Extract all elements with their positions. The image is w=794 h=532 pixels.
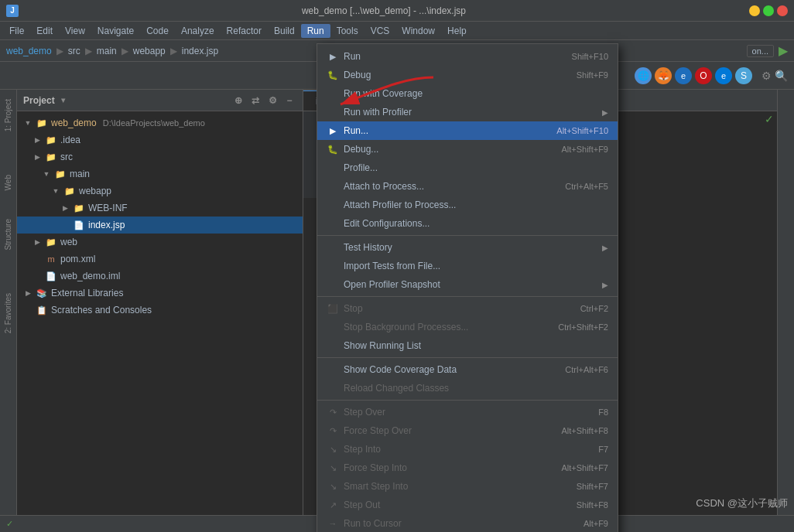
tree-item-pom[interactable]: m pom.xml: [17, 251, 303, 268]
toolbar-browser-opera[interactable]: O: [695, 67, 712, 84]
tree-arrow-web: ▶: [33, 237, 42, 247]
web-panel-label[interactable]: Web: [2, 172, 14, 193]
run-menu-item-5[interactable]: 🐛Debug...Alt+Shift+F9: [317, 140, 618, 159]
menu-item-icon-19: ↷: [327, 425, 339, 437]
breadcrumb-index[interactable]: index.jsp: [182, 46, 218, 56]
tree-arrow-scratches: [23, 305, 33, 315]
run-menu-item-6[interactable]: Profile...: [317, 159, 618, 177]
menu-item-shortcut-16: Ctrl+Alt+F6: [565, 365, 608, 374]
menu-item-label-8: Attach Profiler to Process...: [344, 200, 456, 210]
toolbar-browser-firefox[interactable]: 🦊: [655, 67, 672, 84]
run-menu-item-4[interactable]: ▶Run...Alt+Shift+F10: [317, 121, 618, 140]
toolbar-settings[interactable]: ⚙: [761, 70, 772, 82]
menu-item-shortcut-13: Ctrl+F2: [580, 304, 608, 313]
run-menu-item-0[interactable]: ▶RunShift+F10: [317, 47, 618, 66]
minimize-button[interactable]: [749, 5, 760, 16]
tree-label-pom: pom.xml: [60, 254, 95, 264]
menu-separator-9: [317, 235, 618, 236]
tree-item-src[interactable]: ▶ 📁 src: [17, 148, 303, 165]
tree-item-scratches[interactable]: 📋 Scratches and Consoles: [17, 302, 303, 319]
menu-item-icon-14: [327, 321, 339, 333]
menu-item-submenu-arrow-3: ▶: [602, 108, 608, 117]
run-button[interactable]: ▶: [779, 43, 788, 58]
run-menu-item-3[interactable]: Run with Profiler▶: [317, 103, 618, 121]
menu-item-label-7: Attach to Process...: [344, 181, 424, 192]
panel-dropdown-arrow[interactable]: ▾: [61, 96, 65, 104]
tree-item-iml[interactable]: 📄 web_demo.iml: [17, 268, 303, 285]
run-menu-item-16[interactable]: Show Code Coverage DataCtrl+Alt+F6: [317, 360, 618, 379]
tree-icon-pom: m: [45, 253, 57, 265]
run-config-dropdown[interactable]: on...: [747, 45, 774, 57]
menu-item-code[interactable]: Code: [140, 24, 175, 38]
panel-tool-settings[interactable]: ⚙: [265, 94, 279, 107]
breadcrumb-sep3: ▶: [121, 46, 128, 56]
run-menu-item-12[interactable]: Open Profiler Snapshot▶: [317, 275, 618, 294]
run-menu-item-11[interactable]: Import Tests from File...: [317, 257, 618, 275]
menu-item-vcs[interactable]: VCS: [364, 24, 396, 38]
run-menu-item-1[interactable]: 🐛DebugShift+F9: [317, 66, 618, 84]
tree-label-root: web_demo: [51, 118, 97, 128]
tree-icon-scratches: 📋: [36, 304, 48, 316]
tree-item-root[interactable]: ▼ 📁 web_demo D:\IdeaProjects\web_demo: [17, 114, 303, 131]
menu-item-build[interactable]: Build: [268, 24, 301, 38]
menu-item-navigate[interactable]: Navigate: [91, 24, 140, 38]
tree-arrow-src: ▶: [33, 152, 42, 162]
tree-item-webapp[interactable]: ▼ 📁 webapp: [17, 182, 303, 200]
menu-separator-15: [317, 357, 618, 358]
run-menu-item-15[interactable]: Show Running List: [317, 336, 618, 355]
menu-item-label-12: Open Profiler Snapshot: [344, 279, 440, 290]
menu-item-icon-2: [327, 87, 339, 100]
toolbar-browser-safari[interactable]: S: [735, 67, 752, 84]
menu-separator-17: [317, 400, 618, 401]
menu-item-label-21: Force Step Into: [344, 462, 407, 473]
menu-item-tools[interactable]: Tools: [330, 24, 364, 38]
menu-item-label-19: Force Step Over: [344, 425, 412, 436]
menu-item-icon-23: ↗: [327, 499, 339, 511]
menu-separator-12: [317, 296, 618, 297]
menu-item-icon-24: →: [327, 517, 339, 530]
menu-item-view[interactable]: View: [59, 24, 91, 38]
menu-item-icon-22: ↘: [327, 480, 339, 493]
menu-item-refactor[interactable]: Refactor: [221, 24, 268, 38]
tree-label-main: main: [70, 169, 90, 179]
project-panel-label[interactable]: 1: Project: [2, 96, 14, 135]
panel-tool-sync[interactable]: ⇄: [248, 94, 262, 107]
tree-item-index-jsp[interactable]: 📄 index.jsp: [17, 217, 303, 234]
menu-item-edit[interactable]: Edit: [30, 24, 59, 38]
breadcrumb-main[interactable]: main: [97, 46, 117, 56]
tree-item-webinf[interactable]: ▶ 📁 WEB-INF: [17, 200, 303, 217]
menu-item-window[interactable]: Window: [395, 24, 441, 38]
breadcrumb-src[interactable]: src: [68, 46, 80, 56]
tree-item-idea[interactable]: ▶ 📁 .idea: [17, 131, 303, 148]
run-menu-item-10[interactable]: Test History▶: [317, 238, 618, 257]
tree-label-web: web: [60, 237, 77, 247]
breadcrumb-webapp[interactable]: webapp: [133, 46, 166, 56]
tree-item-web[interactable]: ▶ 📁 web: [17, 234, 303, 251]
run-menu-item-2[interactable]: Run with Coverage: [317, 84, 618, 103]
tree-icon-iml: 📄: [45, 270, 57, 282]
panel-tool-new[interactable]: ⊕: [231, 94, 245, 107]
menu-item-run[interactable]: Run: [301, 24, 330, 38]
menu-item-file[interactable]: File: [3, 24, 30, 38]
tree-item-ext-lib[interactable]: ▶ 📚 External Libraries: [17, 285, 303, 302]
run-menu-item-8[interactable]: Attach Profiler to Process...: [317, 196, 618, 214]
run-menu-item-9[interactable]: Edit Configurations...: [317, 214, 618, 233]
run-menu-item-7[interactable]: Attach to Process...Ctrl+Alt+F5: [317, 177, 618, 196]
panel-tool-minimize[interactable]: −: [282, 94, 296, 107]
toolbar-browser-edge[interactable]: e: [675, 67, 692, 84]
toolbar-browser-chrome[interactable]: 🌐: [635, 67, 652, 84]
menu-item-label-2: Run with Coverage: [344, 88, 423, 99]
tree-label-scratches: Scratches and Consoles: [51, 305, 152, 315]
menu-item-help[interactable]: Help: [441, 24, 473, 38]
tree-item-main[interactable]: ▼ 📁 main: [17, 165, 303, 182]
toolbar-browser-ie[interactable]: e: [715, 67, 732, 84]
menu-item-shortcut-18: F8: [598, 408, 608, 417]
menu-item-analyze[interactable]: Analyze: [175, 24, 221, 38]
close-button[interactable]: [777, 5, 788, 16]
structure-panel-label[interactable]: Structure: [2, 216, 14, 254]
menu-item-label-17: Reload Changed Classes: [344, 383, 449, 394]
maximize-button[interactable]: [763, 5, 774, 16]
breadcrumb-web-demo[interactable]: web_demo: [6, 46, 52, 56]
favorites-panel-label[interactable]: 2: Favorites: [2, 290, 14, 336]
toolbar-search[interactable]: 🔍: [775, 70, 788, 82]
